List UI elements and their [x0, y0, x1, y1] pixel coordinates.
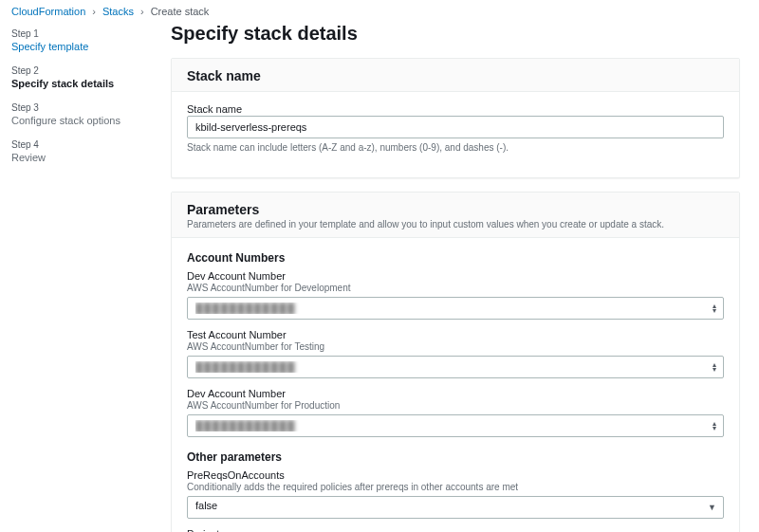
stack-name-panel: Stack name Stack name Stack name can inc… [171, 58, 740, 178]
test-account-desc: AWS AccountNumber for Testing [187, 341, 724, 352]
test-account-input[interactable] [187, 356, 724, 378]
chevron-right-icon: › [89, 6, 99, 17]
dev-account-input[interactable] [187, 297, 724, 320]
wizard-sidebar: Step 1 Specify template Step 2 Specify s… [0, 0, 161, 532]
wizard-step-2[interactable]: Step 2 Specify stack details [11, 65, 150, 89]
prod-account-input[interactable] [187, 414, 724, 437]
chevron-right-icon: › [138, 6, 147, 17]
breadcrumb: CloudFormation › Stacks › Create stack [11, 6, 209, 17]
prod-account-label: Dev Account Number [187, 388, 724, 399]
prereqs-select[interactable]: false [187, 496, 724, 519]
breadcrumb-stacks[interactable]: Stacks [102, 6, 134, 17]
wizard-step-1[interactable]: Step 1 Specify template [11, 28, 150, 52]
test-account-label: Test Account Number [187, 329, 724, 340]
prereqs-desc: Conditionally adds the required policies… [187, 482, 724, 492]
account-numbers-title: Account Numbers [187, 251, 724, 265]
dev-account-label: Dev Account Number [187, 270, 724, 282]
prod-account-desc: AWS AccountNumber for Production [187, 400, 724, 411]
parameters-heading: Parameters [187, 202, 724, 217]
parameters-panel: Parameters Parameters are defined in you… [171, 192, 740, 532]
breadcrumb-cloudformation[interactable]: CloudFormation [11, 6, 85, 17]
dev-account-desc: AWS AccountNumber for Development [187, 283, 724, 293]
stack-name-heading: Stack name [187, 68, 724, 83]
stack-name-hint: Stack name can include letters (A-Z and … [187, 142, 724, 153]
page-title: Specify stack details [171, 23, 740, 45]
prereqs-label: PreReqsOnAccounts [187, 469, 724, 481]
stack-name-label: Stack name [187, 103, 724, 115]
wizard-step-4[interactable]: Step 4 Review [11, 139, 150, 163]
breadcrumb-current: Create stack [151, 6, 210, 17]
stack-name-input[interactable] [187, 116, 724, 138]
other-params-title: Other parameters [187, 450, 724, 464]
project-label: Project [187, 528, 724, 532]
parameters-desc: Parameters are defined in your template … [187, 219, 724, 229]
main-content: Specify stack details Stack name Stack n… [161, 0, 759, 532]
wizard-step-3[interactable]: Step 3 Configure stack options [11, 102, 150, 126]
